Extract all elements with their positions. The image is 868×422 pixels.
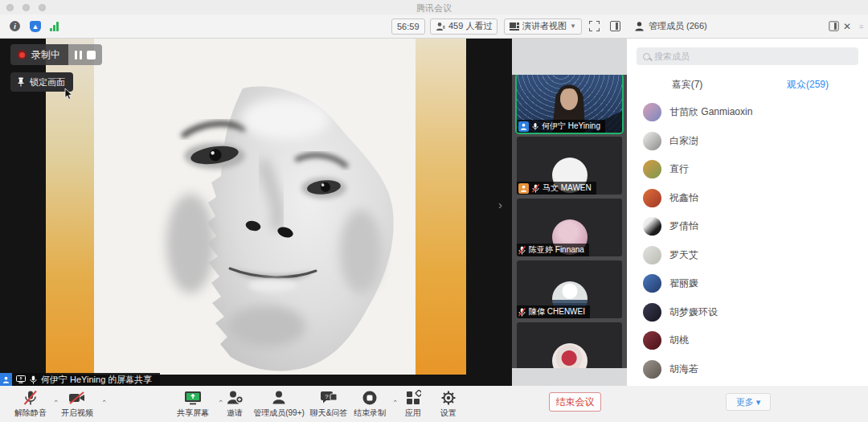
stop-record-icon: [362, 390, 378, 406]
viewer-count-button[interactable]: 459 人看过: [430, 18, 497, 35]
invite-button[interactable]: 邀请: [219, 390, 251, 419]
chat-icon: ?: [320, 390, 338, 406]
mic-muted-icon: [23, 390, 39, 406]
shared-face-scan-image: [94, 39, 416, 375]
share-screen-icon: [183, 390, 203, 406]
mic-on-icon: [532, 122, 538, 131]
video-options-caret[interactable]: ⌃: [101, 399, 108, 406]
pin-icon: [17, 77, 25, 87]
svg-text:?: ?: [325, 393, 329, 400]
gear-icon: [440, 390, 457, 406]
meeting-timer: 56:59: [391, 18, 425, 35]
share-banner-text: 何伊宁 HeYining 的屏幕共享: [41, 374, 152, 386]
mic-muted-icon: [518, 308, 526, 317]
member-row[interactable]: 罗天艾: [627, 241, 868, 270]
top-toolbar: i ▲ 56:59 459 人看过 演讲者视图 ▼ 管理成员 (266): [0, 14, 868, 39]
view-mode-dropdown[interactable]: 演讲者视图 ▼: [504, 18, 582, 35]
scroll-grip-icon: ≡: [859, 14, 863, 38]
mic-muted-icon: [518, 246, 526, 255]
unmute-button[interactable]: 解除静音: [10, 390, 51, 419]
presenter-badge-icon: [0, 373, 12, 386]
members-icon: [271, 390, 287, 406]
host-badge-icon: [518, 121, 529, 132]
tencent-meeting-window: 腾讯会议 i ▲ 56:59 459 人看过 演讲者视图 ▼: [0, 0, 868, 422]
expand-thumbnails-handle[interactable]: ›: [498, 198, 502, 211]
mic-mini-icon: [30, 375, 37, 384]
thumbnail-partial[interactable]: [517, 322, 622, 368]
fullscreen-icon: [589, 21, 600, 31]
member-row[interactable]: 白家澍: [627, 127, 868, 156]
content-row: › 录制中 锁定画面: [0, 39, 868, 386]
member-row[interactable]: 翟丽媛: [627, 269, 868, 298]
avatar: [643, 217, 661, 236]
mic-muted-icon: [532, 184, 539, 193]
avatar: [643, 246, 661, 264]
recording-label: 录制中: [31, 48, 60, 62]
members-panel: 嘉宾(7) 观众(259) 甘苗欣 Ganmiaoxin 白家澍 直行 祝鑫怡 …: [627, 39, 868, 386]
invite-icon: [227, 390, 244, 406]
share-screen-button[interactable]: 共享屏幕: [170, 390, 215, 419]
close-panel-icon[interactable]: ✕: [843, 14, 851, 38]
member-row[interactable]: 胡桃: [627, 326, 868, 355]
tab-guests[interactable]: 嘉宾(7): [627, 74, 747, 95]
stop-recording-button[interactable]: 结束录制: [349, 390, 391, 419]
member-row[interactable]: 胡梦媛环设: [627, 298, 868, 327]
avatar: [643, 189, 661, 207]
manage-members-header-button[interactable]: 管理成员 (266): [634, 14, 707, 38]
settings-button[interactable]: 设置: [434, 390, 463, 419]
recording-bar: 录制中: [10, 44, 102, 65]
security-shield-icon[interactable]: ▲: [30, 14, 41, 38]
member-row[interactable]: 罗倩怡: [627, 212, 868, 241]
thumbnail-chenwei[interactable]: 陳偉 CHENWEI: [517, 260, 622, 318]
start-video-button[interactable]: 开启视频: [56, 390, 98, 419]
avatar: [643, 274, 661, 293]
record-options-caret[interactable]: ⌃: [392, 399, 399, 406]
title-bar: 腾讯会议: [0, 0, 868, 14]
meeting-info-icon[interactable]: i: [10, 14, 20, 38]
layout-toggle-button[interactable]: [610, 14, 620, 38]
thumbnail-finnana[interactable]: 陈亚婷 Finnana: [517, 199, 622, 256]
apps-button[interactable]: 应用: [399, 390, 428, 419]
chevron-down-icon: ▼: [570, 23, 576, 30]
viewers-icon: [436, 22, 445, 31]
screen-share-stage: › 录制中 锁定画面: [0, 39, 512, 386]
manage-members-button[interactable]: 管理成员(99+): [252, 390, 306, 419]
avatar: [643, 103, 661, 121]
avatar: [643, 132, 661, 150]
member-icon: [634, 21, 645, 31]
member-row[interactable]: 直行: [627, 155, 868, 184]
thumbnail-label: 马文 MAWEN: [517, 182, 596, 195]
video-thumbnails-column: 何伊宁 HeYining 马文 MAWEN: [512, 39, 627, 386]
end-meeting-button[interactable]: 结束会议: [549, 392, 601, 412]
apps-icon: [405, 390, 421, 406]
speaker-view-icon: [510, 22, 519, 31]
member-tabs: 嘉宾(7) 观众(259): [627, 74, 868, 95]
member-row[interactable]: 甘苗欣 Ganmiaoxin: [627, 98, 868, 127]
thumbnail-mawen[interactable]: 马文 MAWEN: [517, 137, 622, 195]
member-row[interactable]: 祝鑫怡: [627, 184, 868, 213]
member-list: 甘苗欣 Ganmiaoxin 白家澍 直行 祝鑫怡 罗倩怡 罗天艾 翟丽媛 胡梦…: [627, 98, 868, 386]
chat-qa-button[interactable]: ? 聊天&问答: [307, 390, 350, 419]
tab-audience[interactable]: 观众(259): [747, 74, 868, 95]
member-search-box[interactable]: [637, 47, 858, 65]
avatar: [643, 360, 661, 379]
partial-avatar: [552, 343, 588, 368]
thumbnail-label: 陈亚婷 Finnana: [517, 244, 589, 256]
more-button[interactable]: 更多 ▾: [726, 393, 771, 411]
panel-popout-icon[interactable]: [829, 14, 839, 38]
member-row[interactable]: 胡海若: [627, 355, 868, 384]
pause-recording-button[interactable]: [75, 51, 82, 59]
thumbnail-label: 何伊宁 HeYining: [517, 120, 605, 133]
stop-recording-button[interactable]: [87, 51, 96, 59]
side-panel-icon: [610, 21, 620, 31]
search-icon: [643, 53, 650, 60]
fullscreen-button[interactable]: [589, 14, 600, 38]
cohost-badge-icon: [518, 183, 529, 194]
thumbnail-heyining[interactable]: 何伊宁 HeYining: [517, 75, 622, 133]
share-screen-mini-icon: [16, 375, 26, 383]
shared-image-canvas: [94, 39, 416, 375]
bottom-toolbar: 解除静音 ⌃ 开启视频 ⌃ 共享屏幕 ⌃ 邀请 管理成员(99+) ? 聊天&问…: [0, 386, 868, 422]
shared-image-right-gradient: [416, 39, 466, 375]
recording-icon: [17, 50, 27, 59]
search-input[interactable]: [654, 51, 852, 61]
